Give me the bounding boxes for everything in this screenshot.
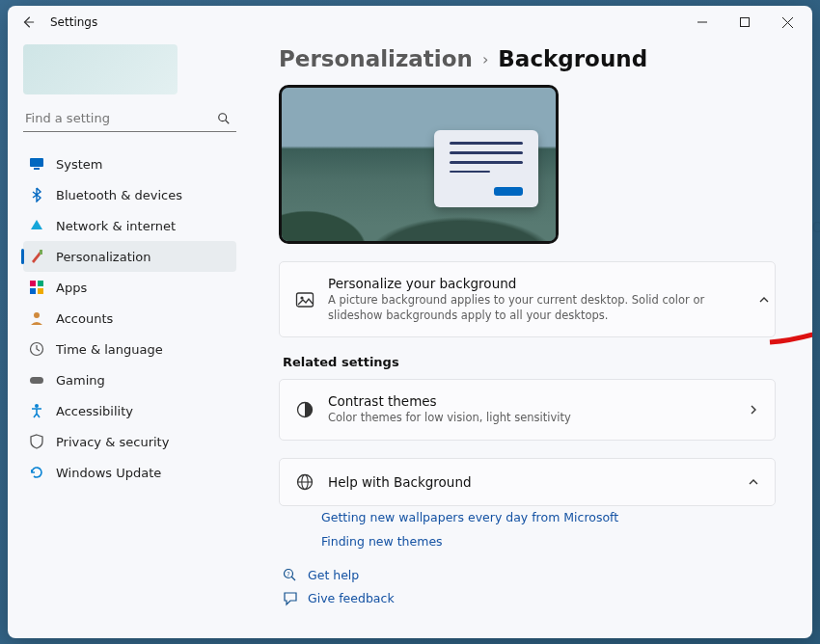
sidebar-item-time-language[interactable]: Time & language	[23, 334, 236, 364]
sidebar-item-accounts[interactable]: Accounts	[23, 303, 236, 334]
svg-rect-15	[30, 377, 43, 384]
help-icon: ?	[283, 568, 298, 583]
link-label: Get help	[308, 568, 359, 582]
close-button[interactable]	[766, 6, 808, 39]
minimize-button[interactable]	[681, 6, 724, 39]
help-link[interactable]: Getting new wallpapers every day from Mi…	[321, 510, 785, 524]
contrast-themes-card[interactable]: Contrast themes Color themes for low vis…	[279, 379, 776, 441]
contrast-icon	[295, 400, 314, 419]
monitor-icon	[29, 156, 44, 172]
globe-icon	[295, 472, 314, 492]
sidebar-item-apps[interactable]: Apps	[23, 272, 236, 303]
card-desc: Color themes for low vision, light sensi…	[328, 411, 571, 426]
personalize-background-card[interactable]: Personalize your background A picture ba…	[279, 261, 776, 337]
breadcrumb: Personalization › Background	[279, 46, 789, 71]
card-desc: A picture background applies to your cur…	[328, 293, 759, 323]
brush-icon	[29, 249, 44, 264]
sidebar-item-label: Time & language	[56, 342, 163, 357]
link-label: Give feedback	[308, 591, 395, 605]
chevron-up-icon	[748, 476, 759, 488]
sidebar-item-label: Personalization	[56, 250, 151, 264]
svg-rect-11	[30, 288, 36, 294]
sidebar-item-personalization[interactable]: Personalization	[23, 241, 236, 272]
desktop-preview	[279, 85, 559, 244]
apps-icon	[29, 280, 44, 295]
search-input[interactable]	[25, 111, 217, 125]
wifi-icon	[29, 218, 44, 233]
user-block[interactable]	[23, 44, 178, 94]
preview-dialog	[434, 130, 538, 207]
main-content: Personalization › Background Personalize…	[244, 39, 812, 638]
svg-point-4	[219, 113, 227, 121]
svg-rect-7	[34, 168, 40, 170]
back-button[interactable]	[12, 10, 44, 35]
sidebar-item-label: Bluetooth & devices	[56, 188, 182, 202]
card-title: Contrast themes	[328, 393, 571, 409]
svg-rect-10	[38, 281, 43, 286]
chevron-right-icon	[748, 404, 759, 416]
shield-icon	[29, 434, 44, 449]
card-title: Personalize your background	[328, 276, 759, 291]
search-icon	[217, 112, 231, 125]
svg-rect-6	[30, 158, 43, 167]
help-link[interactable]: Finding new themes	[321, 534, 785, 549]
sidebar-item-label: Privacy & security	[56, 435, 169, 449]
sidebar-item-gaming[interactable]: Gaming	[23, 364, 236, 395]
titlebar: Settings	[8, 6, 812, 39]
sidebar-item-label: Accessibility	[56, 404, 133, 418]
bluetooth-icon	[29, 187, 44, 202]
sidebar-item-bluetooth-devices[interactable]: Bluetooth & devices	[23, 179, 236, 210]
clock-icon	[29, 341, 44, 357]
svg-point-13	[34, 312, 40, 318]
svg-point-16	[35, 404, 39, 408]
svg-rect-9	[30, 281, 36, 286]
svg-point-18	[300, 296, 303, 299]
sidebar: SystemBluetooth & devicesNetwork & inter…	[8, 39, 244, 638]
sidebar-item-label: System	[56, 157, 102, 172]
sidebar-item-label: Accounts	[56, 311, 113, 326]
sidebar-item-privacy-security[interactable]: Privacy & security	[23, 426, 236, 457]
sidebar-item-label: Network & internet	[56, 219, 176, 233]
give-feedback-link[interactable]: Give feedback	[283, 591, 789, 606]
sidebar-item-accessibility[interactable]: Accessibility	[23, 395, 236, 426]
gamepad-icon	[29, 372, 44, 388]
feedback-icon	[283, 591, 298, 606]
picture-icon	[295, 290, 314, 309]
settings-window: Settings SystemBluetooth & devicesNetwor…	[8, 6, 812, 638]
update-icon	[29, 465, 44, 480]
svg-rect-17	[297, 293, 314, 307]
chevron-right-icon: ›	[482, 50, 488, 68]
sidebar-item-label: Gaming	[56, 373, 105, 388]
get-help-link[interactable]: ? Get help	[283, 568, 789, 583]
accessibility-icon	[29, 403, 44, 418]
svg-text:?: ?	[287, 570, 289, 577]
svg-rect-1	[741, 18, 750, 27]
sidebar-item-label: Apps	[56, 281, 87, 295]
svg-rect-8	[40, 250, 42, 255]
help-with-background-card[interactable]: Help with Background	[279, 458, 776, 506]
breadcrumb-current: Background	[498, 46, 647, 71]
sidebar-item-system[interactable]: System	[23, 148, 236, 179]
card-title: Help with Background	[328, 474, 472, 490]
search-box[interactable]	[23, 107, 236, 132]
sidebar-item-network-internet[interactable]: Network & internet	[23, 210, 236, 241]
sidebar-item-label: Windows Update	[56, 466, 161, 480]
maximize-button[interactable]	[724, 6, 766, 39]
sidebar-item-windows-update[interactable]: Windows Update	[23, 457, 236, 488]
person-icon	[29, 310, 44, 326]
chevron-up-icon	[758, 294, 770, 306]
related-settings-label: Related settings	[283, 355, 789, 369]
svg-line-5	[226, 120, 230, 123]
svg-rect-12	[38, 288, 43, 294]
window-title: Settings	[50, 15, 97, 29]
breadcrumb-parent[interactable]: Personalization	[279, 46, 473, 71]
